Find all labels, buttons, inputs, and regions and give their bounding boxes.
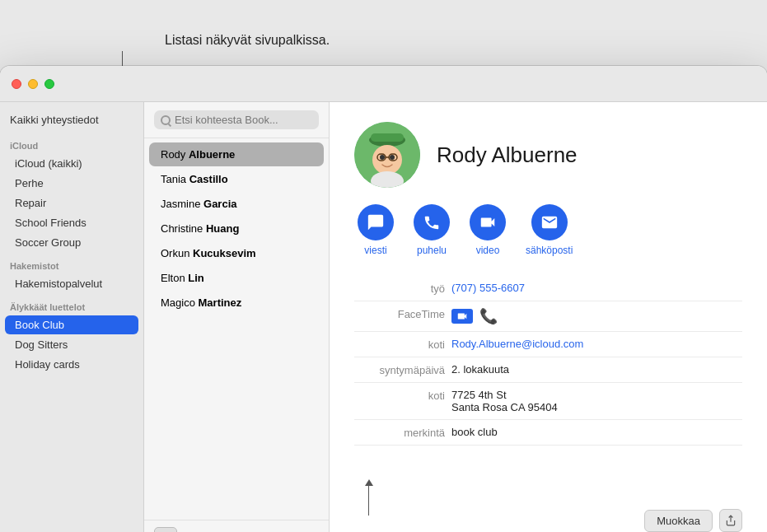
phone-value[interactable]: (707) 555-6607 (451, 282, 742, 294)
contacts-scroll: Rody Albuerne Tania Castillo Jasmine Gar… (144, 138, 329, 520)
detail-footer: Muokkaa (354, 497, 742, 532)
contact-item-jasmine[interactable]: Jasmine Garcia (149, 192, 324, 216)
message-label: viesti (364, 245, 386, 256)
contact-item-magico[interactable]: Magico Martinez (149, 291, 324, 315)
contact-item-elton[interactable]: Elton Lin (149, 266, 324, 290)
note-label: merkintä (354, 426, 445, 439)
message-icon (358, 204, 394, 240)
search-input[interactable] (175, 114, 313, 126)
birthday-value: 2. lokakuuta (451, 363, 742, 376)
contacts-footer: + (144, 520, 329, 532)
maximize-button[interactable] (44, 79, 54, 89)
detail-row-birthday: syntymäpäivä 2. lokakuuta (354, 357, 742, 383)
facetime-label-field: FaceTime (354, 307, 445, 320)
search-icon (161, 115, 171, 125)
email-label: sähköposti (526, 245, 573, 256)
email-icon (531, 204, 568, 240)
birthday-label: syntymäpäivä (354, 363, 445, 376)
video-icon (470, 204, 506, 240)
search-bar (144, 102, 329, 138)
sidebar-item-school-friends[interactable]: School Friends (5, 213, 138, 232)
sidebar-item-repair[interactable]: Repair (5, 194, 138, 212)
sidebar: Kaikki yhteystiedot iCloud iCloud (kaikk… (0, 102, 144, 532)
phone-label: puhelu (417, 245, 447, 256)
svg-point-3 (372, 145, 402, 175)
sidebar-item-icloud-all[interactable]: iCloud (kaikki) (5, 154, 138, 173)
close-button[interactable] (12, 79, 21, 89)
note-value: book club (451, 426, 742, 438)
detail-row-note: merkintä book club (354, 420, 742, 446)
annotation-top: Listasi näkyvät sivupalkissa. (165, 33, 330, 48)
sidebar-item-hakemistopalvelut[interactable]: Hakemistopalvelut (5, 274, 138, 293)
svg-point-4 (380, 155, 385, 160)
minimize-button[interactable] (28, 79, 38, 89)
avatar (354, 122, 420, 188)
email-label-field: koti (354, 338, 445, 351)
address-label: koti (354, 389, 445, 402)
detail-fields: työ (707) 555-6607 FaceTime 📞 (354, 276, 742, 446)
sidebar-item-dog-sitters[interactable]: Dog Sitters (5, 335, 138, 354)
detail-row-address: koti 7725 4th StSanta Rosa CA 95404 (354, 383, 742, 420)
video-label: video (476, 245, 500, 256)
sidebar-section-hakemistot: Hakemistot (0, 253, 143, 273)
sidebar-section-icloud: iCloud (0, 133, 143, 153)
phone-icon (414, 204, 450, 240)
contacts-list: Rody Albuerne Tania Castillo Jasmine Gar… (144, 102, 330, 532)
action-video[interactable]: video (470, 204, 506, 256)
sidebar-item-soccer-group[interactable]: Soccer Group (5, 233, 138, 252)
action-email[interactable]: sähköposti (526, 204, 573, 256)
detail-panel: Rody Albuerne viesti (330, 102, 767, 532)
add-contact-button[interactable]: + (154, 527, 177, 532)
title-bar (0, 66, 767, 102)
annotation-bottom-line (368, 486, 369, 516)
facetime-phone-icon[interactable]: 📞 (479, 307, 498, 325)
action-phone[interactable]: puhelu (414, 204, 450, 256)
email-value[interactable]: Rody.Albuerne@icloud.com (451, 338, 742, 350)
facetime-icons: 📞 (451, 307, 498, 325)
contact-item-rody[interactable]: Rody Albuerne (149, 142, 324, 166)
contact-item-christine[interactable]: Christine Huang (149, 217, 324, 240)
contact-item-orkun[interactable]: Orkun Kucuksevim (149, 241, 324, 265)
content-area: Kaikki yhteystiedot iCloud iCloud (kaikk… (0, 102, 767, 532)
edit-button[interactable]: Muokkaa (644, 510, 713, 532)
sidebar-item-perhe[interactable]: Perhe (5, 174, 138, 193)
sidebar-item-all-contacts[interactable]: Kaikki yhteystiedot (0, 109, 143, 133)
traffic-lights (12, 79, 54, 89)
address-value: 7725 4th StSanta Rosa CA 95404 (451, 389, 742, 413)
svg-point-5 (390, 155, 395, 160)
contact-item-tania[interactable]: Tania Castillo (149, 167, 324, 191)
action-buttons: viesti puhelu (354, 204, 742, 256)
sidebar-item-book-club[interactable]: Book Club (5, 315, 138, 334)
phone-label-field: työ (354, 282, 445, 295)
app-window: Kaikki yhteystiedot iCloud iCloud (kaikk… (0, 66, 767, 532)
sidebar-item-holiday-cards[interactable]: Holiday cards (5, 355, 138, 374)
search-input-wrapper (154, 110, 319, 129)
facetime-video-icon[interactable] (451, 309, 473, 324)
detail-row-email: koti Rody.Albuerne@icloud.com (354, 332, 742, 357)
contact-name: Rody Albuerne (437, 142, 578, 168)
annotation-bottom-arrow (365, 479, 373, 486)
action-message[interactable]: viesti (358, 204, 394, 256)
detail-row-facetime: FaceTime 📞 (354, 301, 742, 332)
contact-header: Rody Albuerne (354, 122, 742, 188)
sidebar-section-alykkaatluettelot: Älykkäät luettelot (0, 294, 143, 315)
share-button[interactable] (719, 509, 742, 532)
svg-rect-2 (371, 133, 404, 142)
detail-row-phone: työ (707) 555-6607 (354, 276, 742, 301)
